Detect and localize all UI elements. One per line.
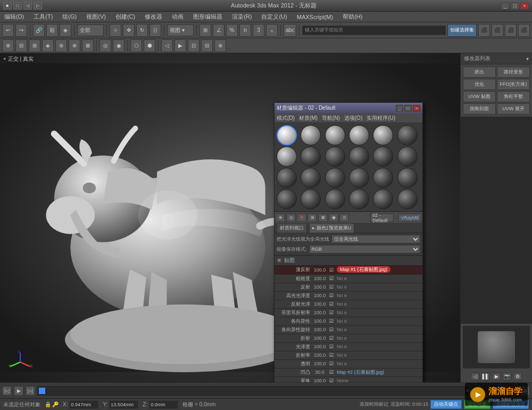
quick-select-btn[interactable]: 创建选择集	[447, 24, 477, 37]
minimize-button[interactable]: _	[501, 2, 510, 10]
map-name-bump[interactable]: Map #2 (石膏贴图.jpg)	[337, 370, 384, 375]
sub-btn9[interactable]: ◉	[113, 39, 124, 52]
mat-sphere-18[interactable]	[397, 168, 418, 188]
sub-btn3[interactable]: ⊞	[29, 39, 40, 52]
sub-btn15[interactable]: ⊟	[201, 39, 213, 52]
mat-sphere-9[interactable]	[325, 146, 345, 167]
mod-btn-optimize[interactable]: 优化	[463, 79, 496, 90]
mat-sphere-22[interactable]	[349, 189, 369, 209]
mod-btn-extrude[interactable]: 挤出	[463, 67, 496, 78]
mat-sphere-8[interactable]	[301, 146, 321, 167]
sub-btn1[interactable]: ⊕	[2, 39, 14, 52]
mat-name-dropdown[interactable]: 02 - Default	[370, 214, 394, 222]
mat-tool-1[interactable]: ⊕	[276, 214, 285, 222]
map-name-roughness[interactable]: No e	[337, 276, 347, 281]
mat-tool-2[interactable]: ◎	[286, 214, 296, 222]
sub-btn8[interactable]: ◎	[99, 39, 111, 52]
z-input[interactable]	[149, 400, 178, 409]
map-name-refl-gloss[interactable]: No e	[337, 301, 347, 307]
map-name-diffuse[interactable]: Map #1 (石膏贴图.jpg)	[337, 266, 390, 273]
menu-render[interactable]: 渲染(R)	[230, 12, 254, 21]
move-btn[interactable]: ✥	[123, 24, 135, 37]
mat-menu-material[interactable]: 材质(M)	[299, 114, 318, 122]
mat-sphere-1[interactable]	[277, 125, 297, 145]
menu-view[interactable]: 视图(V)	[84, 12, 108, 21]
mat-sphere-16[interactable]	[349, 168, 369, 188]
mat-sphere-2[interactable]	[301, 125, 321, 145]
abc-btn[interactable]: abc	[284, 24, 296, 37]
spinner-btn[interactable]: n	[239, 24, 251, 37]
close-button[interactable]: ×	[520, 2, 529, 10]
snap-btn[interactable]: ⊞	[200, 24, 211, 37]
map-name-transp[interactable]: No e	[337, 361, 347, 366]
map-name-aniso[interactable]: No e	[337, 318, 347, 324]
modifier-list-area[interactable]	[461, 117, 532, 324]
sub-btn12[interactable]: ◁	[161, 39, 173, 52]
map-name-highlight[interactable]: No e	[337, 293, 347, 298]
mat-tab-shader[interactable]: ▸ 颜色1预览效果U	[309, 223, 354, 233]
menu-create[interactable]: 创建(C)	[113, 12, 137, 21]
map-name-reflect[interactable]: No e	[337, 284, 347, 290]
mod-btn-bevel-profile[interactable]: 倒角剖面	[463, 103, 496, 114]
ctrl-play[interactable]: ▶	[492, 373, 501, 380]
mat-tool-6[interactable]: ⊙	[339, 214, 349, 222]
mat-menu-mode[interactable]: 模式(D)	[277, 114, 295, 122]
mat-sphere-10[interactable]	[349, 146, 369, 167]
mat-maximize[interactable]: □	[404, 105, 412, 111]
auto-key-btn[interactable]: 自动关键点	[430, 400, 462, 409]
view-dropdown[interactable]: 视图 ▾	[167, 24, 194, 36]
sub-btn5[interactable]: ⊛	[55, 39, 67, 52]
render2-btn[interactable]: ⬛	[492, 24, 503, 37]
menu-edit[interactable]: 编辑(D)	[2, 12, 26, 21]
sub-btn6[interactable]: ⊕	[69, 39, 80, 52]
mat-tool-5[interactable]: ◉	[329, 214, 338, 222]
viewport[interactable]: + 正交 | 真实	[0, 53, 460, 382]
render-btn[interactable]: ⬛	[478, 24, 490, 37]
maps-scroll-area[interactable]: 漫反射 100.0 ☑ Map #1 (石膏贴图.jpg) 粗糙度 100.0 …	[275, 266, 422, 382]
bind-btn[interactable]: ◈	[60, 24, 71, 37]
ctrl-camera[interactable]: 📷	[503, 373, 511, 380]
mat-tool-x[interactable]: ✕	[297, 214, 306, 222]
menu-maxscript[interactable]: MAXScript(M)	[295, 13, 335, 21]
mat-title-bar[interactable]: 材质编辑器 - 02 - Default _ □ ×	[275, 103, 422, 113]
scale-btn[interactable]: ⟨⟩	[149, 24, 161, 37]
maps-collapse-btn[interactable]: ▾	[277, 258, 282, 263]
mod-btn-uvw-map[interactable]: UVW 贴图	[463, 91, 496, 102]
sub-btn7[interactable]: ⊠	[82, 39, 94, 52]
window-controls[interactable]: _ □ ×	[501, 2, 529, 10]
mat-sphere-17[interactable]	[373, 168, 393, 188]
select-btn[interactable]: ⊹	[110, 24, 121, 37]
mod-btn-path-deform[interactable]: 路径变形	[497, 67, 530, 78]
redo-btn[interactable]: ↪	[15, 24, 27, 37]
sub-btn13[interactable]: ▶	[174, 39, 186, 52]
mod-btn-relax[interactable]: 角松平整	[497, 91, 530, 102]
mat-menu-nav[interactable]: 导航(N)	[322, 114, 340, 122]
mat-sphere-3[interactable]	[325, 125, 345, 145]
mat-sphere-19[interactable]	[277, 189, 297, 209]
anim-play[interactable]: ▶	[14, 386, 23, 396]
timeline-slider[interactable]: 0 10 20 35 50 60 70 80 90	[37, 386, 469, 396]
anim-next-frame[interactable]: ▷|	[26, 386, 35, 396]
map-name-fresnel[interactable]: No e	[337, 310, 347, 315]
maximize-button[interactable]: □	[511, 2, 519, 10]
ctrl-settings[interactable]: ⚙	[513, 373, 522, 380]
pct-btn[interactable]: %	[226, 24, 238, 37]
map-name-displace[interactable]: None	[337, 378, 348, 382]
spinner2-btn[interactable]: ₙ	[266, 24, 278, 37]
undo-btn[interactable]: ↩	[2, 24, 14, 37]
mat-sphere-13[interactable]	[277, 168, 297, 188]
menu-tools[interactable]: 工具(T)	[31, 12, 55, 21]
mat-sphere-21[interactable]	[325, 189, 345, 209]
mod-btn-uvw-unwrap[interactable]: UVW 展开	[497, 103, 530, 114]
mat-sphere-14[interactable]	[301, 168, 321, 188]
mat-sphere-7[interactable]	[277, 146, 297, 167]
add-marker-btn[interactable]: 添加时间标记	[360, 401, 388, 408]
link-btn[interactable]: 🔗	[33, 24, 45, 37]
y-input[interactable]	[109, 400, 138, 409]
ctrl-prev[interactable]: ◁	[471, 373, 479, 380]
map-name-aniso-rot[interactable]: No e	[337, 327, 347, 332]
render3-btn[interactable]: ⬛	[505, 24, 517, 37]
menu-help[interactable]: 帮助(H)	[340, 12, 364, 21]
sub-btn2[interactable]: ⊟	[15, 39, 27, 52]
selection-dropdown[interactable]: 全部	[77, 24, 104, 36]
